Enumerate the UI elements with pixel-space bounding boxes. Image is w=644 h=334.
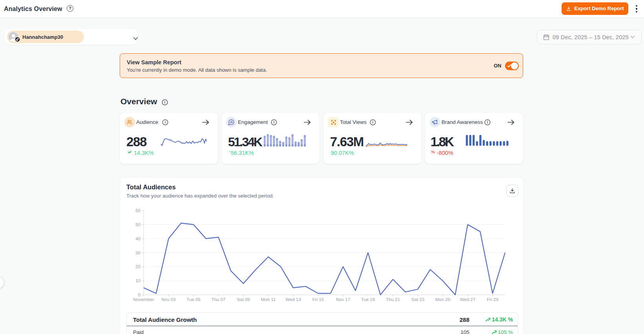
svg-text:Thu 07: Thu 07 [212, 297, 226, 302]
svg-text:20: 20 [135, 264, 140, 269]
svg-text:Nov 03: Nov 03 [161, 297, 175, 302]
svg-text:Wed 13: Wed 13 [285, 297, 301, 302]
svg-text:60: 60 [135, 208, 140, 213]
svg-text:10: 10 [135, 278, 140, 283]
svg-text:Mon 11: Mon 11 [261, 297, 276, 302]
svg-text:Fri 29: Fri 29 [487, 297, 498, 302]
svg-text:Sat 09: Sat 09 [237, 297, 250, 302]
svg-text:Sat 23: Sat 23 [411, 297, 424, 302]
svg-text:0: 0 [138, 292, 140, 297]
svg-text:Mon 25: Mon 25 [435, 297, 450, 302]
svg-text:40: 40 [135, 236, 140, 241]
svg-text:Tue 19: Tue 19 [361, 297, 375, 302]
svg-text:Tue 05: Tue 05 [186, 297, 200, 302]
svg-text:Fri 15: Fri 15 [312, 297, 324, 302]
svg-text:Wed 27: Wed 27 [460, 297, 475, 302]
svg-text:Thu 21: Thu 21 [386, 297, 400, 302]
svg-text:50: 50 [135, 222, 140, 227]
svg-text:Nov 17: Nov 17 [336, 297, 350, 302]
svg-text:November: November [133, 297, 154, 302]
svg-text:30: 30 [135, 250, 140, 255]
